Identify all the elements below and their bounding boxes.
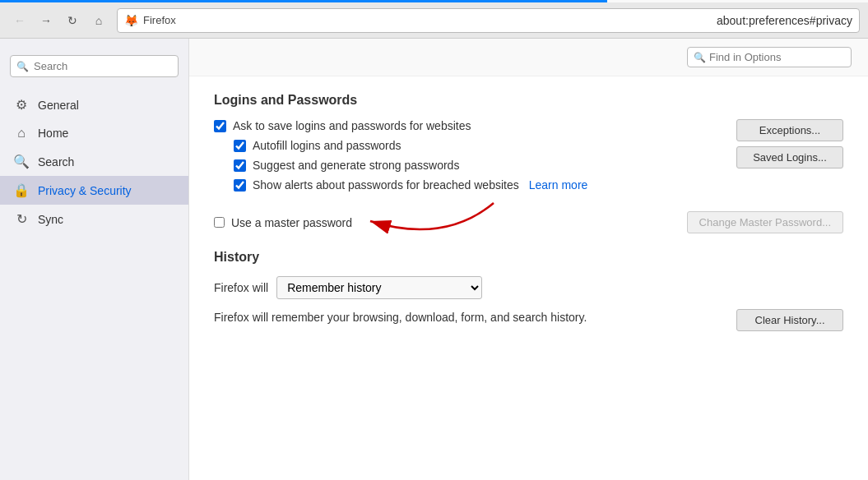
label-ask-save: Ask to save logins and passwords for web… [233, 119, 471, 132]
options-left: Ask to save logins and passwords for web… [214, 119, 720, 198]
sidebar-item-label-privacy: Privacy & Security [38, 184, 132, 197]
sidebar-item-sync[interactable]: ↻ Sync [0, 205, 188, 233]
firefox-icon: 🦊 [124, 14, 138, 27]
saved-logins-button[interactable]: Saved Logins... [736, 146, 843, 168]
label-suggest: Suggest and generate strong passwords [253, 159, 459, 172]
sidebar-search-icon: 🔍 [16, 61, 29, 72]
sidebar-item-label-search: Search [38, 155, 74, 168]
history-buttons-row: Firefox will remember your browsing, dow… [214, 309, 843, 336]
firefox-will-row: Firefox will Remember history Never reme… [214, 276, 843, 299]
buttons-column: Exceptions... Saved Logins... [736, 119, 843, 198]
nav-buttons: ← → ↻ ⌂ [8, 9, 110, 32]
sidebar: 🔍 ⚙ General ⌂ Home 🔍 Search 🔒 Privacy & … [0, 39, 189, 480]
sidebar-item-general[interactable]: ⚙ General [0, 90, 188, 119]
app-layout: 🔍 ⚙ General ⌂ Home 🔍 Search 🔒 Privacy & … [0, 39, 868, 480]
change-master-pw-button[interactable]: Change Master Password... [687, 211, 843, 233]
gear-icon: ⚙ [13, 97, 30, 113]
master-pw-row: Use a master password Change Master Pass… [214, 211, 843, 233]
search-icon: 🔍 [13, 154, 30, 169]
browser-chrome: ← → ↻ ⌂ 🦊 Firefox about:preferences#priv… [0, 2, 868, 39]
clear-history-button[interactable]: Clear History... [736, 309, 843, 331]
sidebar-item-label-sync: Sync [38, 213, 63, 226]
sidebar-item-home[interactable]: ⌂ Home [0, 119, 188, 147]
history-section: History Firefox will Remember history Ne… [214, 250, 843, 336]
option-row-ask-save: Ask to save logins and passwords for web… [214, 119, 720, 132]
find-options-input[interactable] [687, 47, 852, 67]
sidebar-search-input[interactable] [10, 55, 179, 77]
history-dropdown[interactable]: Remember history Never remember history … [276, 276, 482, 299]
label-alerts: Show alerts about passwords for breached… [253, 178, 519, 192]
master-pw-section: Use a master password Change Master Pass… [214, 211, 843, 233]
sync-icon: ↻ [13, 211, 30, 227]
options-with-buttons: Ask to save logins and passwords for web… [214, 119, 843, 198]
checkbox-master-pw[interactable] [214, 217, 225, 228]
address-bar[interactable]: 🦊 Firefox about:preferences#privacy [117, 8, 860, 33]
checkbox-suggest[interactable] [234, 159, 246, 172]
option-row-alerts: Show alerts about passwords for breached… [234, 178, 720, 192]
firefox-will-label: Firefox will [214, 281, 268, 294]
history-description: Firefox will remember your browsing, dow… [214, 309, 587, 326]
learn-more-link[interactable]: Learn more [529, 178, 588, 192]
checkbox-ask-save[interactable] [214, 120, 226, 132]
back-button[interactable]: ← [8, 9, 31, 32]
firefox-label: Firefox [143, 14, 712, 26]
lock-icon: 🔒 [13, 182, 30, 198]
sidebar-search[interactable]: 🔍 [10, 55, 179, 77]
checkbox-autofill[interactable] [234, 140, 246, 152]
find-options-icon: 🔍 [694, 52, 706, 63]
sidebar-item-search[interactable]: 🔍 Search [0, 147, 188, 176]
option-row-suggest: Suggest and generate strong passwords [234, 159, 720, 172]
logins-passwords-title: Logins and Passwords [214, 93, 843, 108]
address-url: about:preferences#privacy [717, 14, 852, 27]
preferences-content: Logins and Passwords Ask to save logins … [189, 76, 868, 480]
find-input-wrap: 🔍 [687, 47, 852, 67]
reload-button[interactable]: ↻ [61, 9, 84, 32]
sidebar-item-label-general: General [38, 99, 79, 112]
forward-button[interactable]: → [35, 9, 58, 32]
sidebar-item-label-home: Home [38, 127, 68, 140]
checkbox-alerts[interactable] [234, 179, 246, 192]
home-icon: ⌂ [13, 126, 30, 141]
option-row-autofill: Autofill logins and passwords [234, 139, 720, 152]
logins-passwords-section: Logins and Passwords Ask to save logins … [214, 93, 843, 233]
history-title: History [214, 250, 843, 265]
sidebar-item-privacy[interactable]: 🔒 Privacy & Security [0, 176, 188, 205]
label-autofill: Autofill logins and passwords [253, 139, 402, 152]
home-button[interactable]: ⌂ [87, 9, 110, 32]
label-master-pw: Use a master password [231, 216, 352, 229]
find-bar: 🔍 [189, 39, 868, 76]
exceptions-button[interactable]: Exceptions... [736, 119, 843, 141]
